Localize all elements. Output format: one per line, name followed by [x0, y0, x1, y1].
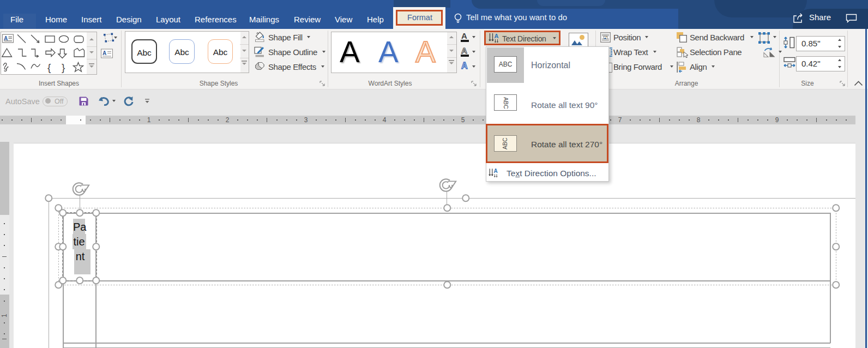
svg-text:A: A — [103, 50, 106, 56]
svg-text:}: } — [62, 62, 65, 73]
svg-text:{: { — [47, 62, 51, 73]
svg-text:A: A — [494, 169, 498, 175]
